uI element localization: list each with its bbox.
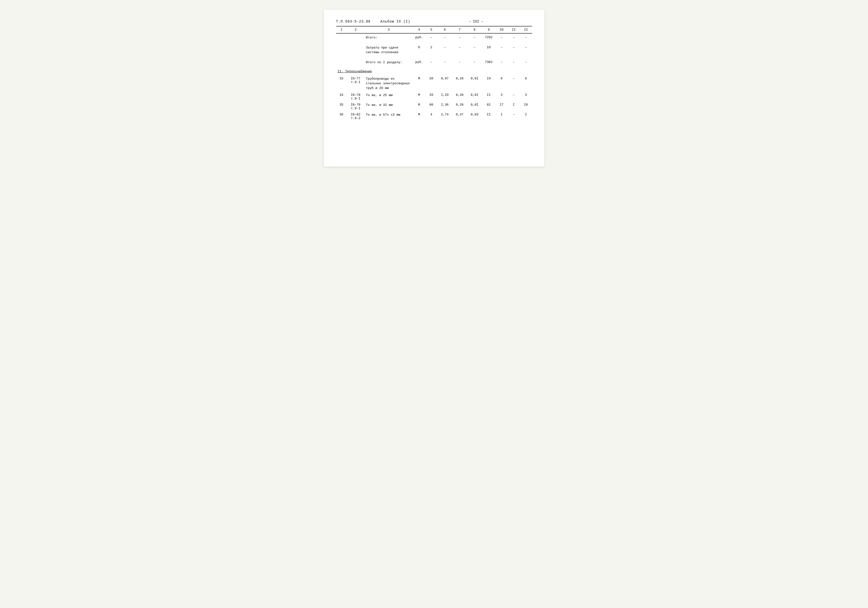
col-header-10: IO [495, 26, 508, 33]
cell-5: – [425, 33, 437, 42]
table-row: 34I6–78т.9-IТо же, ø 25 ммМIOI,IO0,280,0… [336, 92, 532, 101]
cell-9: 82 [482, 101, 495, 111]
cell-8: – [467, 43, 482, 56]
album-title: Альбом IX (I) [380, 20, 410, 23]
cell-11: – [508, 75, 520, 92]
cell-12: I8 [520, 101, 532, 111]
cell-1: 34 [336, 92, 347, 101]
table-row: 36I6–82т.9-2То же, ø 57х х3 ммМ42,740,37… [336, 111, 532, 121]
cell-12: I [520, 111, 532, 121]
cell-7: 0,28 [452, 101, 467, 111]
cell-10: – [495, 43, 508, 56]
cell-3: Итого по I разделу: [364, 58, 413, 67]
main-table: I 2 3 4 5 6 7 8 9 IO II I2 Итого:руб.–––… [336, 26, 532, 121]
cell-5: – [425, 58, 437, 67]
table-row: 35I6–79т.9-IТо же, ø 32 ммМ60I,360,280,0… [336, 101, 532, 111]
cell-2: I6–82т.9-2 [347, 111, 364, 121]
cell-3: Трубопроводы из стальных электросварных … [364, 75, 413, 92]
cell-8: – [467, 58, 482, 67]
col-header-4: 4 [413, 26, 425, 33]
cell-9: 7302 [482, 58, 495, 67]
cell-9: 7292 [482, 33, 495, 42]
col-header-5: 5 [425, 26, 437, 33]
cell-4: М [413, 101, 425, 111]
document-page: Т.П.503-5-23.86 Альбом IX (I) – I5I – I … [324, 10, 544, 167]
cell-5: 4 [425, 111, 437, 121]
col-header-9: 9 [482, 26, 495, 33]
cell-7: – [452, 33, 467, 42]
cell-2 [347, 58, 364, 67]
cell-11: – [508, 58, 520, 67]
cell-5: 20 [425, 75, 437, 92]
col-header-1: I [336, 26, 347, 33]
cell-3: Затраты при сдаче системы отопления [364, 43, 413, 56]
doc-number: Т.П.503-5-23.86 [336, 20, 370, 23]
cell-9: IO [482, 43, 495, 56]
page-header: Т.П.503-5-23.86 Альбом IX (I) – I5I – [336, 20, 532, 23]
col-header-2: 2 [347, 26, 364, 33]
cell-3: Итого: [364, 33, 413, 42]
col-header-12: I2 [520, 26, 532, 33]
cell-4: М [413, 92, 425, 101]
cell-4: руб. [413, 58, 425, 67]
cell-6: I,IO [437, 92, 452, 101]
cell-11: – [508, 111, 520, 121]
cell-3: То же, ø 25 мм [364, 92, 413, 101]
page-number: – I5I – [469, 20, 484, 23]
cell-8: 0,0I [467, 101, 482, 111]
section-header-row: II. Теплоснабжение [336, 66, 532, 75]
cell-4: М [413, 111, 425, 121]
cell-2 [347, 43, 364, 56]
cell-7: 0,28 [452, 75, 467, 92]
cell-7: 0,28 [452, 92, 467, 101]
cell-10: I [495, 111, 508, 121]
table-row: Итого по I разделу:руб.––––7302––– [336, 58, 532, 67]
main-table-container: I 2 3 4 5 6 7 8 9 IO II I2 Итого:руб.–––… [336, 26, 532, 121]
cell-8: 0,0I [467, 75, 482, 92]
cell-6: I,36 [437, 101, 452, 111]
cell-3: То же, ø 57х х3 мм [364, 111, 413, 121]
cell-7: – [452, 43, 467, 56]
cell-3: То же, ø 32 мм [364, 101, 413, 111]
col-header-8: 8 [467, 26, 482, 33]
cell-7: 0,37 [452, 111, 467, 121]
cell-8: – [467, 33, 482, 42]
cell-8: 0,0I [467, 92, 482, 101]
cell-10: – [495, 58, 508, 67]
cell-5: 60 [425, 101, 437, 111]
cell-10: I7 [495, 101, 508, 111]
cell-4: М [413, 75, 425, 92]
col-header-7: 7 [452, 26, 467, 33]
cell-8: 0,03 [467, 111, 482, 121]
cell-6: 2,74 [437, 111, 452, 121]
table-row: Итого:руб.––––7292––– [336, 33, 532, 42]
col-header-3: 3 [364, 26, 413, 33]
cell-11: – [508, 33, 520, 42]
cell-11: I [508, 101, 520, 111]
cell-1 [336, 58, 347, 67]
cell-4: руб. [413, 33, 425, 42]
cell-6: 0,97 [437, 75, 452, 92]
cell-1 [336, 33, 347, 42]
cell-5: 2 [425, 43, 437, 56]
cell-1: 35 [336, 101, 347, 111]
cell-12: – [520, 43, 532, 56]
cell-2: I6–77т.9-I [347, 75, 364, 92]
cell-1: 36 [336, 111, 347, 121]
cell-12: – [520, 33, 532, 42]
cell-9: II [482, 92, 495, 101]
cell-10: – [495, 33, 508, 42]
cell-7: – [452, 58, 467, 67]
cell-2: I6–79т.9-I [347, 101, 364, 111]
col-header-11: II [508, 26, 520, 33]
col-header-6: 6 [437, 26, 452, 33]
table-row: Затраты при сдаче системы отопления%2–––… [336, 43, 532, 56]
cell-5: IO [425, 92, 437, 101]
cell-9: I9 [482, 75, 495, 92]
section-header-cell: II. Теплоснабжение [336, 66, 532, 75]
column-headers-row: I 2 3 4 5 6 7 8 9 IO II I2 [336, 26, 532, 33]
cell-4: % [413, 43, 425, 56]
cell-12: 3 [520, 92, 532, 101]
cell-10: 3 [495, 92, 508, 101]
cell-1: 33 [336, 75, 347, 92]
